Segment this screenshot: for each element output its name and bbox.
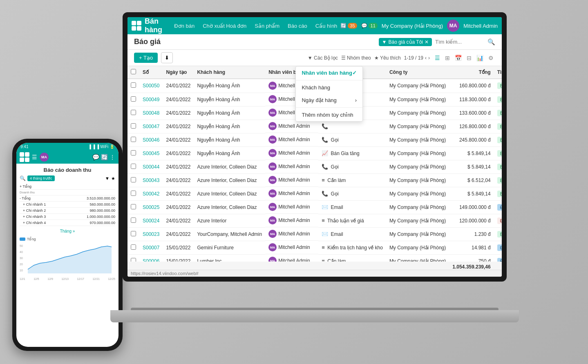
row-so-2[interactable]: S00048 (139, 106, 163, 120)
table-row[interactable]: S00024 24/01/2022 Azure Interior MA Mitc… (127, 214, 502, 227)
row-check-6[interactable] (131, 164, 136, 169)
select-all-checkbox[interactable] (131, 69, 136, 74)
nav-cho-xuat[interactable]: Chờ xuất Hoá đơn (203, 23, 246, 29)
nav-don-ban[interactable]: Đơn bán (174, 23, 195, 29)
row-checkbox-0[interactable] (127, 79, 139, 93)
row-checkbox-9[interactable] (127, 200, 139, 214)
filter-close-icon[interactable]: ✕ (425, 39, 429, 45)
next-page-icon[interactable]: › (428, 55, 430, 61)
row-khachhang-2[interactable]: Nguyễn Hoàng Ánh (194, 106, 265, 120)
filter-button[interactable]: ▼ Các Bộ lọc (308, 55, 338, 61)
list-view-icon[interactable]: ☰ (433, 54, 442, 62)
table-row[interactable]: S00043 24/01/2022 Azure Interior, Collee… (127, 173, 502, 187)
header-tinh-trang[interactable]: Tình trạng (494, 66, 502, 79)
table-row[interactable]: S00046 24/01/2022 Nguyễn Hoàng Ánh MA Mi… (127, 133, 502, 146)
row-check-4[interactable] (131, 137, 136, 142)
row-check-7[interactable] (131, 177, 136, 182)
filter-tag[interactable]: ▼ Báo giá của Tôi ✕ (379, 38, 432, 46)
row-check-5[interactable] (131, 150, 136, 155)
row-check-12[interactable] (131, 244, 136, 250)
row-checkbox-7[interactable] (127, 173, 139, 187)
row-check-1[interactable] (131, 96, 136, 102)
create-button[interactable]: + Tạo (134, 53, 158, 63)
row-so-1[interactable]: S00049 (139, 93, 163, 106)
row-khachhang-12[interactable]: Gemini Furniture (194, 241, 265, 254)
row-so-3[interactable]: S00047 (139, 120, 163, 133)
graph-view-icon[interactable]: 📊 (475, 54, 485, 62)
export-button[interactable]: ⬇ (161, 52, 173, 63)
nav-cau-hinh[interactable]: Cấu hình (315, 23, 338, 29)
row-checkbox-2[interactable] (127, 106, 139, 120)
row-check-10[interactable] (131, 218, 136, 223)
row-so-5[interactable]: S00045 (139, 146, 163, 160)
phone-search-icon[interactable]: 🔍 (20, 175, 26, 181)
dropdown-item-ngaydathang[interactable]: Ngày đặt hàng › (296, 94, 362, 107)
row-checkbox-3[interactable] (127, 120, 139, 133)
dropdown-item-nhanvien[interactable]: Nhân viên bán hàng ✓ (296, 67, 362, 79)
refresh-badge[interactable]: 🔄 35 (340, 23, 357, 29)
search-icon[interactable]: 🔍 (487, 38, 495, 46)
row-check-0[interactable] (131, 82, 136, 88)
row-so-11[interactable]: S00023 (139, 227, 163, 241)
row-so-6[interactable]: S00044 (139, 160, 163, 173)
kanban-view-icon[interactable]: ⊞ (443, 54, 452, 62)
row-khachhang-11[interactable]: YourCompany, Mitchell Admin (194, 227, 265, 241)
row-check-9[interactable] (131, 204, 136, 209)
row-so-9[interactable]: S00025 (139, 200, 163, 214)
dropdown-item-custom[interactable]: Thêm nhóm tùy chỉnh (296, 109, 362, 121)
row-so-7[interactable]: S00043 (139, 173, 163, 187)
phone-avatar[interactable]: MA (40, 153, 49, 162)
header-so[interactable]: Số (139, 66, 163, 79)
message-badge[interactable]: 💬 11 (361, 23, 378, 29)
row-khachhang-10[interactable]: Azure Interior (194, 214, 265, 227)
row-khachhang-3[interactable]: Nguyễn Hoàng Ánh (194, 120, 265, 133)
row-so-12[interactable]: S00007 (139, 241, 163, 254)
phone-filter-tag[interactable]: 4 tháng trước (27, 175, 55, 181)
prev-page-icon[interactable]: ‹ (425, 55, 427, 61)
row-khachhang-4[interactable]: Nguyễn Hoàng Ánh (194, 133, 265, 146)
row-checkbox-4[interactable] (127, 133, 139, 146)
row-khachhang-8[interactable]: Azure Interior, Colleen Diaz (194, 187, 265, 200)
row-khachhang-6[interactable]: Azure Interior, Colleen Diaz (194, 160, 265, 173)
row-so-10[interactable]: S00024 (139, 214, 163, 227)
row-khachhang-9[interactable]: Azure Interior, Colleen Diaz (194, 200, 265, 214)
phone-filter-icon[interactable]: ▼ (105, 176, 110, 181)
row-check-2[interactable] (131, 110, 136, 115)
row-khachhang-1[interactable]: Nguyễn Hoàng Ánh (194, 93, 265, 106)
row-checkbox-12[interactable] (127, 241, 139, 254)
row-check-3[interactable] (131, 123, 136, 129)
table-row[interactable]: S00025 24/01/2022 Azure Interior, Collee… (127, 200, 502, 214)
phone-menu-icon[interactable]: ☰ (32, 154, 37, 160)
company-name[interactable]: My Company (Hải Phòng) (382, 23, 443, 29)
settings-view-icon[interactable]: ⚙ (487, 54, 495, 62)
row-checkbox-1[interactable] (127, 93, 139, 106)
group-button[interactable]: ☰ Nhóm theo (341, 55, 371, 61)
pivot-view-icon[interactable]: ⊟ (465, 54, 473, 62)
header-ngay-tao[interactable]: Ngày tạo (163, 66, 194, 79)
fav-button[interactable]: ★ Yêu thích (374, 55, 401, 61)
header-cong-ty[interactable]: Công ty (386, 66, 449, 79)
header-checkbox[interactable] (127, 66, 139, 79)
row-so-8[interactable]: S00042 (139, 187, 163, 200)
nav-san-pham[interactable]: Sản phẩm (255, 23, 279, 29)
row-checkbox-8[interactable] (127, 187, 139, 200)
header-tong[interactable]: Tổng (449, 66, 494, 79)
table-row[interactable]: S00007 15/01/2022 Gemini Furniture MA Mi… (127, 241, 502, 254)
table-row[interactable]: S00023 24/01/2022 YourCompany, Mitchell … (127, 227, 502, 241)
row-so-4[interactable]: S00046 (139, 133, 163, 146)
row-check-8[interactable] (131, 191, 136, 196)
nav-bao-cao[interactable]: Báo cáo (288, 23, 307, 29)
row-so-0[interactable]: S00050 (139, 79, 163, 93)
search-input[interactable] (435, 39, 484, 45)
table-row[interactable]: S00042 24/01/2022 Azure Interior, Collee… (127, 187, 502, 200)
phone-more-link[interactable]: Tháng » (60, 229, 75, 233)
user-avatar[interactable]: MA (447, 20, 459, 32)
row-checkbox-5[interactable] (127, 146, 139, 160)
row-khachhang-0[interactable]: Nguyễn Hoàng Ánh (194, 79, 265, 93)
row-checkbox-11[interactable] (127, 227, 139, 241)
table-row[interactable]: S00045 24/01/2022 Nguyễn Hoàng Ánh MA Mi… (127, 146, 502, 160)
row-khachhang-7[interactable]: Azure Interior, Colleen Diaz (194, 173, 265, 187)
calendar-view-icon[interactable]: 📅 (453, 54, 463, 62)
table-row[interactable]: S00044 24/01/2022 Azure Interior, Collee… (127, 160, 502, 173)
row-checkbox-6[interactable] (127, 160, 139, 173)
